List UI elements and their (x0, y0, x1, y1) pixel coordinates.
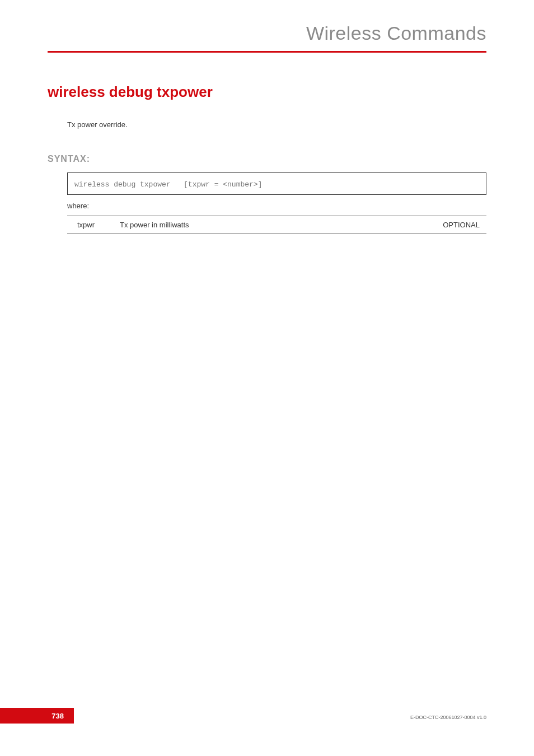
syntax-code: wireless debug txpower [txpwr = <number>… (74, 180, 262, 189)
chapter-title: Wireless Commands (0, 22, 534, 44)
command-title: wireless debug txpower (48, 83, 486, 101)
page-number-block: 738 (0, 708, 74, 724)
where-label: where: (67, 202, 486, 210)
header-divider (48, 51, 486, 53)
params-table: txpwr Tx power in milliwatts OPTIONAL (67, 216, 486, 234)
document-id: E-DOC-CTC-20061027-0004 v1.0 (410, 715, 486, 720)
page-number: 738 (51, 712, 64, 720)
table-row: txpwr Tx power in milliwatts OPTIONAL (67, 216, 486, 234)
command-description: Tx power override. (67, 120, 486, 129)
param-optional: OPTIONAL (419, 216, 486, 234)
page-footer: 738 E-DOC-CTC-20061027-0004 v1.0 (0, 708, 534, 724)
syntax-label: SYNTAX: (48, 154, 486, 164)
param-name: txpwr (67, 216, 118, 234)
syntax-box: wireless debug txpower [txpwr = <number>… (67, 172, 486, 195)
param-description: Tx power in milliwatts (118, 216, 419, 234)
